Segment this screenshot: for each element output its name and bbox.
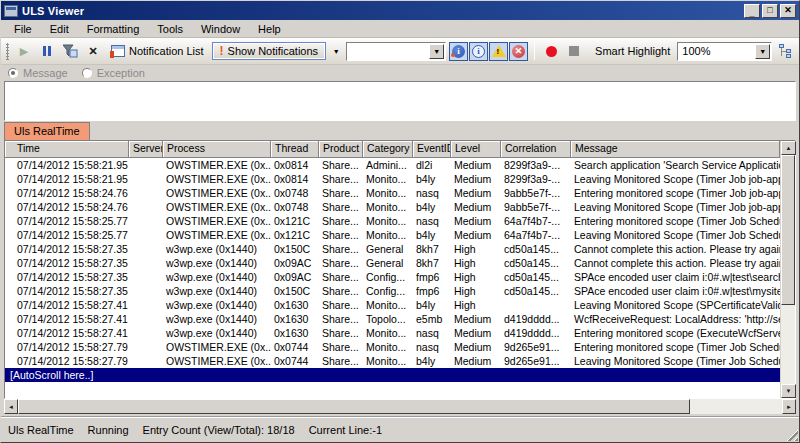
message-radio[interactable] xyxy=(8,68,18,78)
cell-thread: 0x1630 xyxy=(271,312,319,326)
error-level-button[interactable]: ✕ xyxy=(509,42,528,61)
menu-item-edit[interactable]: Edit xyxy=(41,21,78,37)
message-radio-label: Message xyxy=(23,67,68,79)
filter-funnel-icon xyxy=(63,44,78,58)
column-header-server[interactable]: Server xyxy=(129,141,163,158)
column-header-message[interactable]: Message xyxy=(571,141,780,158)
vertical-scroll-track[interactable] xyxy=(781,305,795,384)
exception-radio-label: Exception xyxy=(97,67,145,79)
title-bar: ULS Viewer _ □ ✕ xyxy=(1,1,799,20)
table-row[interactable]: 07/14/2012 15:58:24.76OWSTIMER.EXE (0x..… xyxy=(5,186,780,200)
cell-server xyxy=(129,256,163,270)
column-header-eventid[interactable]: EventID xyxy=(413,141,451,158)
table-row[interactable]: 07/14/2012 15:58:27.41w3wp.exe (0x1440)0… xyxy=(5,326,780,340)
column-header-product[interactable]: Product xyxy=(319,141,363,158)
pause-button[interactable] xyxy=(37,41,57,61)
cell-product: Share... xyxy=(319,326,363,340)
menu-item-window[interactable]: Window xyxy=(192,21,249,37)
table-row[interactable]: 07/14/2012 15:58:21.95OWSTIMER.EXE (0x..… xyxy=(5,172,780,186)
table-row[interactable]: 07/14/2012 15:58:27.41w3wp.exe (0x1440)0… xyxy=(5,312,780,326)
cell-eventid: b4ly xyxy=(413,298,451,312)
show-notifications-button[interactable]: ! Show Notifications xyxy=(212,42,327,60)
notification-list-button[interactable]: Notification List xyxy=(106,43,209,59)
minimize-button[interactable]: _ xyxy=(744,4,760,18)
notification-list-icon xyxy=(111,45,125,57)
column-header-level[interactable]: Level xyxy=(451,141,501,158)
horizontal-scroll-track[interactable] xyxy=(690,399,782,414)
table-row[interactable]: 07/14/2012 15:58:25.77OWSTIMER.EXE (0x..… xyxy=(5,228,780,242)
table-row[interactable]: 07/14/2012 15:58:27.35w3wp.exe (0x1440)0… xyxy=(5,242,780,256)
cell-message: Leaving Monitored Scope (SPCertificateVa… xyxy=(571,298,780,312)
menu-item-tools[interactable]: Tools xyxy=(148,21,192,37)
notification-filter-combobox[interactable]: ▼ xyxy=(346,42,446,61)
arrow-right-icon: ► xyxy=(786,404,792,410)
cell-correlation: d419dddd... xyxy=(501,326,571,340)
scroll-down-button[interactable]: ▼ xyxy=(781,384,796,398)
cell-product: Share... xyxy=(319,284,363,298)
cell-message: Entering monitored scope (Timer Job Sche… xyxy=(571,340,780,354)
cell-eventid: fmp6 xyxy=(413,270,451,284)
scroll-right-button[interactable]: ► xyxy=(782,399,796,414)
exception-radio-group[interactable]: Exception xyxy=(82,67,145,79)
verbose-level-button[interactable]: i xyxy=(449,42,468,61)
message-radio-group[interactable]: Message xyxy=(8,67,68,79)
autoscroll-row[interactable]: [AutoScroll here..] xyxy=(5,368,780,382)
cell-level: High xyxy=(451,298,501,312)
maximize-button[interactable]: □ xyxy=(762,4,778,18)
close-button[interactable]: ✕ xyxy=(780,4,796,18)
tab-strip: Uls RealTime xyxy=(1,121,799,140)
cell-correlation: cd50a145... xyxy=(501,256,571,270)
combo-dropdown-button[interactable]: ▼ xyxy=(429,44,444,59)
column-header-process[interactable]: Process xyxy=(163,141,271,158)
table-row[interactable]: 07/14/2012 15:58:25.77OWSTIMER.EXE (0x..… xyxy=(5,214,780,228)
menu-item-file[interactable]: File xyxy=(5,21,41,37)
toolbar-grip[interactable] xyxy=(6,43,9,60)
cell-category: Monito... xyxy=(363,200,413,214)
column-header-thread[interactable]: Thread xyxy=(271,141,319,158)
scroll-left-button[interactable]: ◄ xyxy=(4,399,18,414)
cell-server xyxy=(129,186,163,200)
format-tree-icon[interactable] xyxy=(779,44,793,58)
table-row[interactable]: 07/14/2012 15:58:27.35w3wp.exe (0x1440)0… xyxy=(5,256,780,270)
cell-correlation: cd50a145... xyxy=(501,270,571,284)
table-row[interactable]: 07/14/2012 15:58:27.35w3wp.exe (0x1440)0… xyxy=(5,270,780,284)
menu-item-formatting[interactable]: Formatting xyxy=(78,21,149,37)
stop-button[interactable] xyxy=(564,41,584,61)
play-button[interactable]: ▶ xyxy=(14,41,34,61)
medium-level-button[interactable]: i xyxy=(469,42,488,61)
cell-thread: 0x121C xyxy=(271,228,319,242)
cell-category: Monito... xyxy=(363,186,413,200)
filter-button[interactable] xyxy=(60,41,80,61)
column-header-time[interactable]: Time xyxy=(5,141,129,158)
zoom-dropdown-button[interactable]: ▼ xyxy=(755,44,770,59)
table-row[interactable]: 07/14/2012 15:58:24.76OWSTIMER.EXE (0x..… xyxy=(5,200,780,214)
horizontal-scroll-thumb[interactable] xyxy=(18,399,690,414)
table-row[interactable]: 07/14/2012 15:58:21.95OWSTIMER.EXE (0x..… xyxy=(5,158,780,172)
resize-grip[interactable] xyxy=(785,428,798,441)
column-header-correlation[interactable]: Correlation xyxy=(501,141,571,158)
severity-filter-group: i i ! ✕ xyxy=(449,42,528,61)
play-icon: ▶ xyxy=(20,45,28,58)
record-button[interactable] xyxy=(541,41,561,61)
show-notifications-dropdown[interactable]: ▼ xyxy=(329,42,343,60)
cell-thread: 0x0814 xyxy=(271,158,319,172)
scroll-up-button[interactable]: ▲ xyxy=(781,141,796,155)
chevron-down-icon: ▼ xyxy=(433,48,440,55)
cell-product: Share... xyxy=(319,256,363,270)
table-row[interactable]: 07/14/2012 15:58:27.35w3wp.exe (0x1440)0… xyxy=(5,284,780,298)
zoom-combobox[interactable]: 100% ▼ xyxy=(677,42,772,61)
high-level-button[interactable]: ! xyxy=(489,42,508,61)
toolbar-separator xyxy=(534,42,535,60)
horizontal-scrollbar[interactable]: ◄ ► xyxy=(4,399,796,414)
vertical-scroll-thumb[interactable] xyxy=(781,155,795,305)
table-row[interactable]: 07/14/2012 15:58:27.41w3wp.exe (0x1440)0… xyxy=(5,298,780,312)
vertical-scrollbar[interactable]: ▲ ▼ xyxy=(780,141,795,398)
menu-item-help[interactable]: Help xyxy=(249,21,290,37)
table-row[interactable]: 07/14/2012 15:58:27.79OWSTIMER.EXE (0x..… xyxy=(5,340,780,354)
tab-uls-realtime[interactable]: Uls RealTime xyxy=(4,122,90,140)
table-row[interactable]: 07/14/2012 15:58:27.79OWSTIMER.EXE (0x..… xyxy=(5,354,780,368)
delete-button[interactable]: ✕ xyxy=(83,41,103,61)
cell-server xyxy=(129,284,163,298)
column-header-category[interactable]: Category xyxy=(363,141,413,158)
exception-radio[interactable] xyxy=(82,68,92,78)
